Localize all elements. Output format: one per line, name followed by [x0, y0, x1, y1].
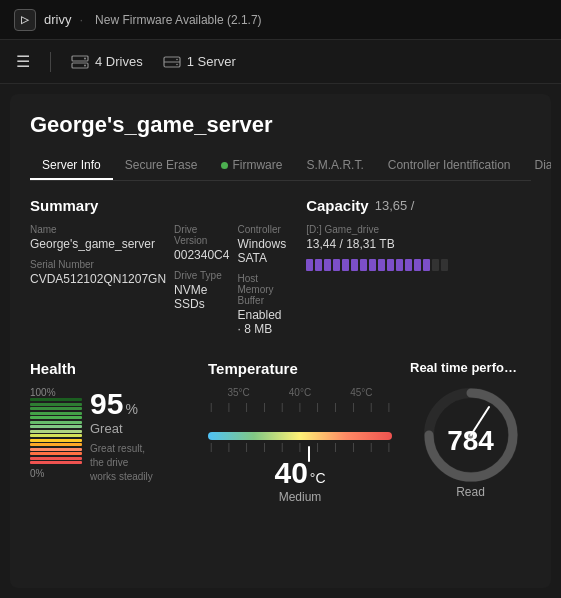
name-field: Name George's_game_server [30, 224, 166, 251]
health-bar-segment [30, 412, 82, 415]
svg-point-7 [176, 63, 178, 65]
bottom-grid: Health 100% 0% 95 % Great Great result, … [30, 360, 531, 504]
tab-smart[interactable]: S.M.A.R.T. [294, 152, 375, 180]
health-bar-segment [30, 421, 82, 424]
server-icon [163, 55, 181, 69]
svg-point-3 [84, 64, 86, 66]
capacity-segment [423, 259, 430, 271]
capacity-header: Capacity 13,65 / [306, 197, 531, 214]
health-bar-segment [30, 457, 82, 460]
temp-label-35: 35°C [227, 387, 249, 398]
tab-secure-erase[interactable]: Secure Erase [113, 152, 210, 180]
temp-status: Medium [208, 490, 392, 504]
main-panel: George's_game_server Server Info Secure … [10, 94, 551, 588]
firmware-badge: New Firmware Available (2.1.7) [95, 13, 262, 27]
temp-value: 40 [274, 456, 307, 490]
app-name: drivy [44, 12, 71, 27]
capacity-segment [378, 259, 385, 271]
temp-title: Temperature [208, 360, 392, 377]
capacity-segment [369, 259, 376, 271]
tab-firmware[interactable]: Firmware [209, 152, 294, 180]
capacity-segment [405, 259, 412, 271]
health-bar-segment [30, 416, 82, 419]
health-bar-segment [30, 398, 82, 401]
health-100-label: 100% [30, 387, 82, 398]
temp-gauge: || || || || || | || || || || || | [208, 402, 392, 452]
capacity-bar [306, 259, 531, 271]
temp-pointer [308, 446, 310, 462]
tab-dia[interactable]: Dia… [522, 152, 551, 180]
drives-icon [71, 55, 89, 69]
tab-controller-id[interactable]: Controller Identification [376, 152, 523, 180]
temp-label-40: 40°C [289, 387, 311, 398]
health-section: Health 100% 0% 95 % Great Great result, … [30, 360, 190, 504]
tab-bar: Server Info Secure Erase Firmware S.M.A.… [30, 152, 531, 181]
health-bar-segment [30, 439, 82, 442]
drives-indicator: 4 Drives [71, 54, 143, 69]
hmb-field: Host Memory Buffer Enabled · 8 MB [237, 273, 286, 336]
health-score: 95 % [90, 387, 153, 421]
serial-field: Serial Number CVDA512102QN1207GN [30, 259, 166, 286]
divider [50, 52, 51, 72]
server-name: George's_game_server [30, 112, 531, 138]
top-bar: ▷ drivy · New Firmware Available (2.1.7) [0, 0, 561, 40]
health-bar-segment [30, 461, 82, 464]
health-title: Health [30, 360, 190, 377]
health-bar-segment [30, 434, 82, 437]
firmware-dot [221, 162, 228, 169]
capacity-segment [315, 259, 322, 271]
health-bar-segment [30, 403, 82, 406]
capacity-segment [342, 259, 349, 271]
capacity-segment [441, 259, 448, 271]
temp-label-45: 45°C [350, 387, 372, 398]
summary-col-1: Name George's_game_server Serial Number … [30, 224, 166, 344]
health-bar-segment [30, 425, 82, 428]
info-grid: Summary Name George's_game_server Serial… [30, 197, 531, 344]
capacity-segment [306, 259, 313, 271]
capacity-segment [351, 259, 358, 271]
temp-labels: 35°C 40°C 45°C [208, 387, 392, 398]
temp-gauge-bar [208, 432, 392, 440]
separator: · [79, 12, 83, 27]
health-status: Great [90, 421, 153, 436]
summary-section: Summary Name George's_game_server Serial… [30, 197, 286, 344]
svg-point-2 [84, 57, 86, 59]
capacity-segment [333, 259, 340, 271]
app-logo: ▷ [14, 9, 36, 31]
capacity-segment [396, 259, 403, 271]
capacity-segment [360, 259, 367, 271]
health-0-label: 0% [30, 468, 82, 479]
summary-col-3: Controller Windows SATA Host Memory Buff… [237, 224, 286, 344]
secondary-bar: ☰ 4 Drives 1 Server [0, 40, 561, 84]
realtime-section: Real time perfo… 784 Read [410, 360, 531, 504]
tab-server-info[interactable]: Server Info [30, 152, 113, 180]
controller-field: Controller Windows SATA [237, 224, 286, 265]
summary-title: Summary [30, 197, 286, 214]
capacity-segment [414, 259, 421, 271]
capacity-segment [387, 259, 394, 271]
temperature-section: Temperature 35°C 40°C 45°C || || || || |… [200, 360, 400, 504]
capacity-segment [432, 259, 439, 271]
capacity-section: Capacity 13,65 / [D:] Game_drive 13,44 /… [306, 197, 531, 344]
gauge-unit: Read [410, 485, 531, 499]
temp-unit: °C [310, 470, 326, 486]
summary-col-2: Drive Version 002340C4 Drive Type NVMe S… [174, 224, 229, 344]
health-bar-segment [30, 430, 82, 433]
health-bar-segment [30, 452, 82, 455]
drive-version-field: Drive Version 002340C4 [174, 224, 229, 262]
svg-point-6 [176, 58, 178, 60]
health-bar-segment [30, 448, 82, 451]
drive-type-field: Drive Type NVMe SSDs [174, 270, 229, 311]
gauge-value: 784 [447, 425, 494, 457]
summary-fields: Name George's_game_server Serial Number … [30, 224, 286, 344]
menu-button[interactable]: ☰ [16, 52, 30, 71]
capacity-segment [324, 259, 331, 271]
server-indicator: 1 Server [163, 54, 236, 69]
realtime-title: Real time perfo… [410, 360, 531, 375]
health-bars [30, 398, 82, 464]
health-bar-segment [30, 443, 82, 446]
health-description: Great result, the drive works steadily [90, 442, 153, 484]
drive-capacity-field: [D:] Game_drive 13,44 / 18,31 TB [306, 224, 531, 251]
health-bar-segment [30, 407, 82, 410]
